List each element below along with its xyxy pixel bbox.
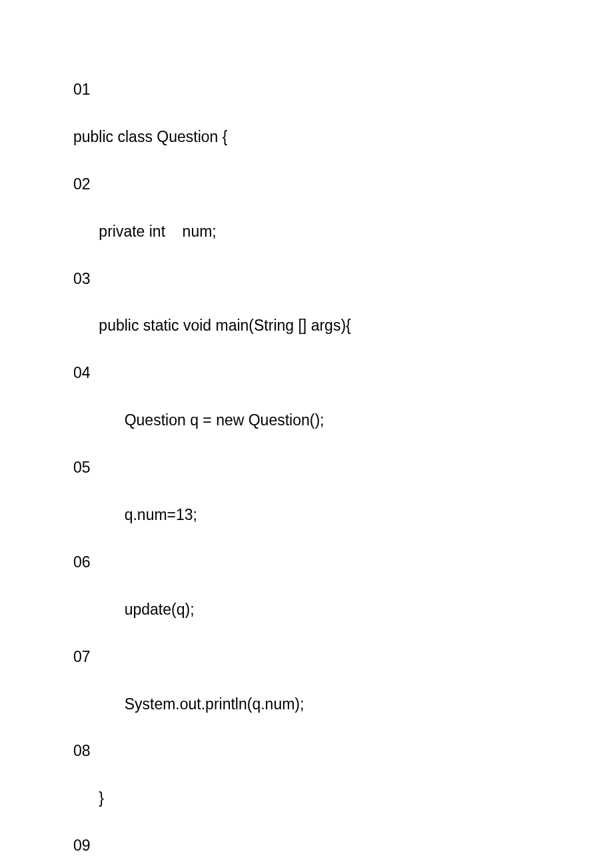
code-line: private int num; — [73, 222, 540, 242]
code-line: 09 — [73, 836, 540, 856]
code-line: 05 — [73, 458, 540, 478]
code-line: 02 — [73, 175, 540, 195]
code-line: 07 — [73, 647, 540, 667]
code-line: 08 — [73, 741, 540, 761]
code-line: } — [73, 789, 540, 809]
code-document: 01 public class Question { 02 private in… — [0, 0, 613, 868]
code-line: Question q = new Question(); — [73, 411, 540, 431]
code-line: update(q); — [73, 600, 540, 620]
code-line: 06 — [73, 553, 540, 573]
code-line: 01 — [73, 80, 540, 100]
code-line: public static void main(String [] args){ — [73, 316, 540, 336]
code-line: 04 — [73, 363, 540, 383]
code-line: System.out.println(q.num); — [73, 695, 540, 715]
code-line: q.num=13; — [73, 505, 540, 525]
code-line: public class Question { — [73, 127, 540, 147]
code-line: 03 — [73, 269, 540, 289]
